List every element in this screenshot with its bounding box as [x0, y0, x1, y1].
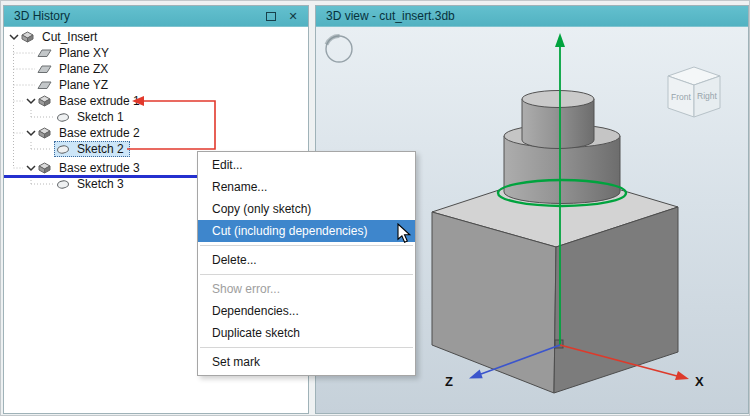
tree-item-label: Base extrude 1 — [56, 94, 143, 108]
model-icon — [20, 31, 35, 44]
extrude-icon — [37, 162, 52, 175]
menu-item-copy[interactable]: Copy (only sketch) — [198, 198, 415, 220]
view-panel-title: 3D view - cut_insert.3db — [322, 9, 455, 23]
compass-icon[interactable] — [326, 36, 352, 62]
menu-item-dependencies[interactable]: Dependencies... — [198, 300, 415, 322]
cursor-icon — [397, 223, 413, 245]
axis-x-label: X — [695, 374, 704, 389]
plane-icon — [37, 79, 52, 92]
axis-z-label: Z — [445, 374, 453, 389]
menu-separator — [200, 274, 413, 275]
tree-item-label: Plane ZX — [56, 62, 111, 76]
model-cube[interactable] — [432, 171, 678, 393]
plane-icon — [37, 63, 52, 76]
context-menu: Edit... Rename... Copy (only sketch) Cut… — [197, 151, 416, 376]
view-titlebar: 3D view - cut_insert.3db — [316, 6, 748, 27]
tree-item-plane-zx[interactable]: Plane ZX — [4, 61, 308, 77]
expander-icon[interactable] — [24, 127, 37, 140]
view-cube-right-label: Right — [697, 91, 717, 101]
plane-icon — [37, 47, 52, 60]
maximize-button[interactable] — [262, 8, 280, 24]
menu-item-delete[interactable]: Delete... — [198, 249, 415, 271]
sketch-icon — [55, 111, 70, 124]
tree-item-base-extrude-2[interactable]: Base extrude 2 — [4, 125, 308, 141]
sketch-icon — [55, 178, 70, 191]
menu-item-edit[interactable]: Edit... — [198, 154, 415, 176]
tree-item-cut-insert[interactable]: Cut_Insert — [4, 29, 308, 45]
extrude-icon — [37, 127, 52, 140]
menu-separator — [200, 347, 413, 348]
view-cube-front-label: Front — [671, 92, 691, 102]
expander-icon[interactable] — [24, 162, 37, 175]
tree-item-label: Sketch 2 — [74, 142, 127, 156]
expander-icon[interactable] — [24, 95, 37, 108]
tree-item-sketch-1[interactable]: Sketch 1 — [4, 109, 308, 125]
close-icon: ✕ — [288, 10, 297, 23]
tree-item-label: Base extrude 3 — [56, 161, 143, 175]
tree-item-label: Base extrude 2 — [56, 126, 143, 140]
tree-item-label: Plane XY — [56, 46, 112, 60]
menu-item-cut[interactable]: Cut (including dependencies) — [198, 220, 415, 242]
history-titlebar: 3D History ✕ — [4, 6, 308, 27]
expander-icon[interactable] — [7, 31, 20, 44]
menu-item-show-error: Show error... — [198, 278, 415, 300]
tree-item-label: Sketch 1 — [74, 110, 127, 124]
sketch-icon — [55, 143, 70, 156]
top-cylinder[interactable] — [522, 91, 594, 149]
history-panel-title: 3D History — [10, 9, 70, 23]
tree-item-plane-xy[interactable]: Plane XY — [4, 45, 308, 61]
view-cube[interactable]: Front Right — [668, 67, 720, 117]
tree-item-plane-yz[interactable]: Plane YZ — [4, 77, 308, 93]
menu-item-rename[interactable]: Rename... — [198, 176, 415, 198]
close-button[interactable]: ✕ — [284, 8, 302, 24]
tree-item-label: Cut_Insert — [39, 30, 100, 44]
menu-item-duplicate-sketch[interactable]: Duplicate sketch — [198, 322, 415, 344]
tree-item-label: Sketch 3 — [74, 177, 127, 191]
maximize-icon — [266, 12, 276, 21]
app-window: 3D History ✕ — [0, 0, 750, 416]
menu-separator — [200, 245, 413, 246]
tree-item-base-extrude-1[interactable]: Base extrude 1 — [4, 93, 308, 109]
menu-item-set-mark[interactable]: Set mark — [198, 351, 415, 373]
tree-item-label: Plane YZ — [56, 78, 111, 92]
selection-box: Sketch 2 — [54, 141, 130, 157]
extrude-icon — [37, 95, 52, 108]
